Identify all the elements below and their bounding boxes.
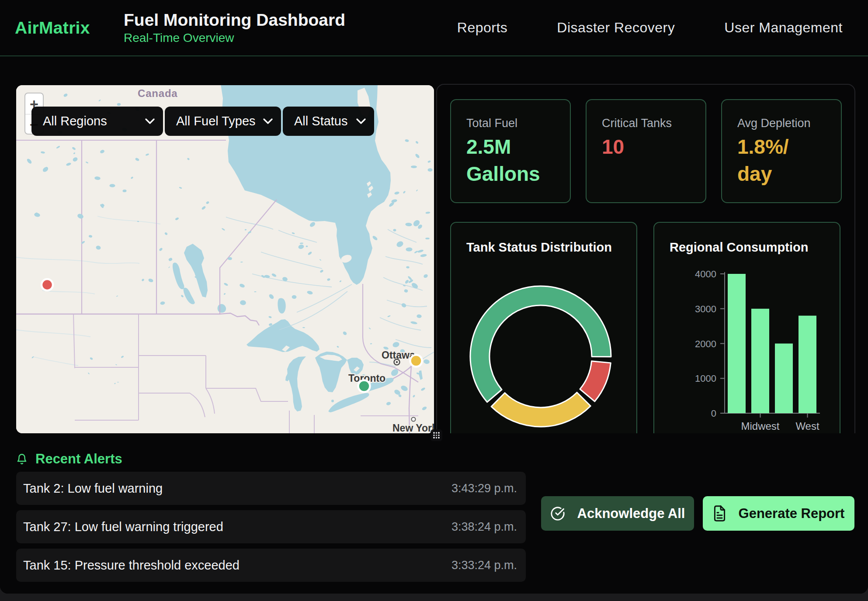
alert-row[interactable]: Tank 2: Low fuel warning 3:43:29 p.m. (16, 472, 526, 505)
stat-card-total-fuel: Total Fuel 2.5M Gallons (450, 99, 571, 203)
panel-resize-handle[interactable] (431, 429, 442, 441)
alert-time: 3:43:29 p.m. (451, 482, 517, 495)
stat-label: Avg Depletion (737, 117, 826, 130)
stat-cards-row: Total Fuel 2.5M Gallons Critical Tanks 1… (450, 99, 844, 203)
brand-logo: AirMatrix (15, 18, 124, 38)
alert-row[interactable]: Tank 15: Pressure threshold exceeded 3:3… (16, 549, 526, 582)
x-tick-label: West (795, 420, 819, 432)
y-tick-label: 1000 (695, 373, 716, 384)
region-filter-dropdown[interactable]: All Regions (31, 107, 163, 136)
nav-user-management[interactable]: User Management (724, 20, 843, 36)
alert-time: 3:38:24 p.m. (451, 520, 517, 534)
bell-icon (16, 453, 28, 465)
x-tick-label: Midwest (741, 420, 779, 432)
fuel-monitoring-app: AirMatrix Fuel Monitoring Dashboard Real… (0, 0, 868, 594)
map-label-new-york: New York (392, 422, 434, 433)
map-panel[interactable]: Canada Ottawa Toronto New York + − All R… (16, 85, 434, 433)
stat-value: 10 (602, 134, 689, 161)
header-titles: Fuel Monitoring Dashboard Real-Time Over… (124, 10, 345, 45)
alert-list: Tank 2: Low fuel warning 3:43:29 p.m. Ta… (16, 472, 526, 582)
bar-0 (728, 274, 746, 413)
alert-message: Tank 27: Low fuel warning triggered (23, 520, 223, 534)
stat-card-avg-depletion: Avg Depletion 1.8%/day (721, 99, 842, 203)
generate-report-button[interactable]: Generate Report (703, 496, 854, 531)
stat-label: Critical Tanks (602, 117, 690, 130)
y-tick-label: 0 (711, 408, 716, 419)
chevron-down-icon (263, 118, 273, 124)
page-subtitle: Real-Time Overview (124, 31, 345, 45)
chevron-down-icon (356, 118, 366, 124)
donut-segment-warning (491, 392, 590, 427)
stat-card-critical-tanks: Critical Tanks 10 (586, 99, 706, 203)
stat-value: 1.8%/day (737, 134, 799, 187)
status-filter-dropdown[interactable]: All Status (283, 107, 374, 136)
tank-status-chart-card: Tank Status Distribution (450, 222, 637, 466)
map-marker-normal[interactable] (358, 380, 370, 392)
fuel-type-filter-dropdown[interactable]: All Fuel Types (165, 107, 281, 136)
status-filter-value: All Status (294, 114, 348, 128)
alert-message: Tank 2: Low fuel warning (23, 481, 163, 496)
bar-3 (799, 316, 816, 413)
acknowledge-all-label: Acknowledge All (577, 506, 685, 522)
map-marker-critical[interactable] (42, 279, 53, 290)
bar-1 (751, 309, 769, 413)
generate-report-label: Generate Report (739, 506, 845, 522)
alert-time: 3:33:24 p.m. (451, 559, 517, 572)
charts-row: Tank Status Distribution Regional Consum… (450, 222, 844, 466)
y-tick-label: 3000 (695, 304, 716, 314)
check-circle-icon (550, 506, 565, 521)
map-filters: All Regions All Fuel Types All Status (31, 107, 374, 136)
bar-2 (775, 344, 793, 414)
nav-disaster-recovery[interactable]: Disaster Recovery (557, 20, 675, 36)
alerts-header: Recent Alerts (16, 451, 868, 467)
stat-value: 2.5M Gallons (466, 134, 554, 187)
map-basemap: Canada Ottawa Toronto New York (16, 85, 434, 433)
stat-label: Total Fuel (466, 117, 555, 130)
donut-segment-critical (580, 361, 611, 401)
map-city-dot-new-york (412, 418, 416, 421)
regional-consumption-chart-card: Regional Consumption 01000200030004000Mi… (653, 222, 840, 466)
fuel-type-filter-value: All Fuel Types (176, 114, 256, 128)
file-text-icon (713, 505, 726, 522)
region-filter-value: All Regions (43, 114, 107, 128)
alert-actions: Acknowledge All Generate Report (541, 496, 854, 531)
nav-reports[interactable]: Reports (457, 20, 508, 36)
map-label-canada: Canada (138, 87, 178, 99)
alert-row[interactable]: Tank 27: Low fuel warning triggered 3:38… (16, 510, 526, 543)
map-marker-warning[interactable] (410, 355, 422, 367)
page-title: Fuel Monitoring Dashboard (124, 10, 345, 30)
recent-alerts-section: Recent Alerts Tank 2: Low fuel warning 3… (0, 433, 868, 594)
alerts-title: Recent Alerts (35, 451, 122, 467)
donut-chart (451, 223, 636, 466)
main-nav: Reports Disaster Recovery User Managemen… (457, 20, 843, 36)
alert-message: Tank 15: Pressure threshold exceeded (23, 558, 240, 573)
main-content: Canada Ottawa Toronto New York + − All R… (16, 85, 855, 433)
y-tick-label: 2000 (695, 338, 716, 349)
y-tick-label: 4000 (695, 269, 716, 280)
chevron-down-icon (145, 118, 155, 124)
header: AirMatrix Fuel Monitoring Dashboard Real… (0, 0, 868, 56)
bar-chart: 01000200030004000MidwestWest (654, 223, 840, 466)
acknowledge-all-button[interactable]: Acknowledge All (541, 496, 694, 531)
